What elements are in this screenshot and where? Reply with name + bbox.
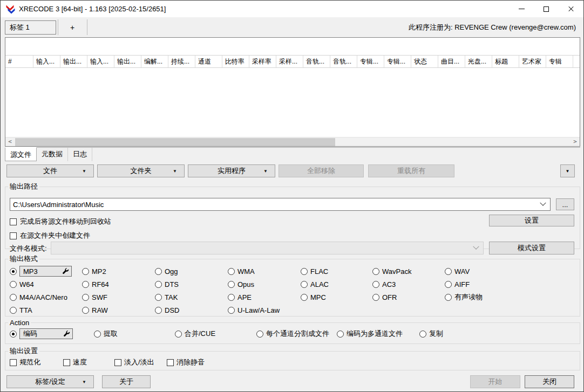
column-header-album1[interactable]: 专辑... (357, 56, 384, 67)
radio-tta[interactable] (10, 307, 17, 314)
column-header-trackno[interactable]: 曲目... (438, 56, 465, 67)
tab-metadata[interactable]: 元数据 (37, 148, 68, 161)
radio-wma[interactable] (228, 268, 235, 275)
radio-dsd[interactable] (155, 307, 162, 314)
radio-ac3[interactable] (372, 281, 379, 288)
remove-silence-checkbox[interactable] (167, 359, 174, 366)
pattern-settings-button[interactable]: 模式设置 (489, 242, 574, 255)
radio-encode[interactable] (10, 331, 17, 338)
column-header-title[interactable]: 标题 (492, 56, 519, 67)
radio-rf64[interactable] (82, 281, 89, 288)
column-header-sample[interactable]: 采样... (276, 56, 303, 67)
close-window-button[interactable]: 关闭 (525, 375, 574, 388)
column-header-duration[interactable]: 持续... (168, 56, 195, 67)
scrollbar-thumb[interactable] (15, 138, 335, 146)
radio-encode-multichannel[interactable] (337, 331, 344, 338)
column-header-bitrate[interactable]: 比特率 (222, 56, 249, 67)
radio-ape[interactable] (228, 294, 235, 301)
radio-swf[interactable] (82, 294, 89, 301)
column-header-samplerate[interactable]: 采样率 (249, 56, 276, 67)
radio-ofr[interactable] (372, 294, 379, 301)
tags-settings-button[interactable]: 标签/设定 ▼ (6, 375, 94, 388)
fade-checkbox[interactable] (114, 359, 121, 366)
create-in-source-checkbox[interactable] (10, 232, 17, 239)
radio-raw-label: RAW (92, 306, 108, 314)
settings-button[interactable]: 设置 (489, 215, 574, 226)
radio-copy[interactable] (419, 331, 426, 338)
file-list-body[interactable] (5, 68, 580, 136)
minimize-button[interactable] (509, 1, 534, 17)
create-in-source-checkbox-row[interactable]: 在源文件夹中创建文件 (10, 231, 90, 240)
radio-ogg[interactable] (155, 268, 162, 275)
about-button[interactable]: 关于 (102, 375, 151, 388)
radio-ulaw-alaw[interactable] (228, 307, 235, 314)
output-path-combobox[interactable]: C:\Users\Administrator\Music (10, 198, 551, 211)
file-menu-button[interactable]: 文件 ▼ (6, 164, 94, 177)
radio-mp3[interactable] (10, 268, 17, 275)
create-in-source-label: 在源文件夹中创建文件 (20, 231, 90, 240)
column-header-track2[interactable]: 音轨... (330, 56, 357, 67)
radio-mp2[interactable] (82, 268, 89, 275)
radio-wavpack-label: WavPack (382, 267, 411, 276)
tab-log[interactable]: 日志 (68, 148, 92, 161)
column-header-artist[interactable]: 艺术家 (519, 56, 546, 67)
radio-wavpack[interactable] (372, 268, 379, 275)
mp3-selected-box[interactable]: MP3 (19, 266, 72, 277)
add-tab-button[interactable]: + (61, 20, 84, 35)
folder-menu-button[interactable]: 文件夹 ▼ (97, 164, 185, 177)
horizontal-scrollbar[interactable]: < > (5, 137, 580, 146)
toolbar: 文件 ▼ 文件夹 ▼ 实用程序 ▼ 全部移除 重载所有 ▼ (1, 164, 583, 177)
column-header-channels[interactable]: 通道 (195, 56, 222, 67)
radio-tak[interactable] (155, 294, 162, 301)
radio-flac[interactable] (301, 268, 308, 275)
radio-raw[interactable] (82, 307, 89, 314)
radio-dts[interactable] (155, 281, 162, 288)
chevron-down-icon (540, 200, 546, 206)
column-header-output2[interactable]: 输出... (114, 56, 141, 67)
column-header-input2[interactable]: 输入... (87, 56, 114, 67)
column-header-codec[interactable]: 编解... (141, 56, 168, 67)
radio-extract[interactable] (94, 331, 101, 338)
start-button[interactable]: 开始 (470, 375, 520, 388)
tab-source-files[interactable]: 源文件 (5, 147, 37, 161)
scroll-right-arrow-icon[interactable]: > (571, 137, 580, 147)
column-header-discno[interactable]: 光盘... (465, 56, 492, 67)
radio-audiobook[interactable] (445, 294, 452, 301)
remove-all-button[interactable]: 全部移除 (279, 164, 364, 177)
column-header-album2[interactable]: 专辑... (384, 56, 411, 67)
radio-merge-cue[interactable] (175, 331, 182, 338)
radio-m4a[interactable] (10, 294, 17, 301)
radio-wav[interactable] (445, 268, 452, 275)
utilities-menu-button[interactable]: 实用程序 ▼ (188, 164, 275, 177)
radio-aiff[interactable] (445, 281, 452, 288)
radio-opus[interactable] (228, 281, 235, 288)
recycle-checkbox-row[interactable]: 完成后将源文件移动到回收站 (10, 217, 111, 226)
column-header-status[interactable]: 状态 (411, 56, 438, 67)
radio-split-per-channel[interactable] (256, 331, 263, 338)
radio-mpc[interactable] (301, 294, 308, 301)
reload-all-button[interactable]: 重载所有 (368, 164, 454, 177)
wrench-icon[interactable] (63, 331, 70, 338)
column-header-track1[interactable]: 音轨... (303, 56, 330, 67)
column-header-album[interactable]: 专辑 (546, 56, 573, 67)
column-header-input[interactable]: 输入... (33, 56, 60, 67)
recycle-checkbox[interactable] (10, 218, 17, 225)
normalize-checkbox[interactable] (10, 359, 17, 366)
browse-button[interactable]: ... (556, 198, 574, 210)
radio-alac[interactable] (301, 281, 308, 288)
more-options-button[interactable]: ▼ (560, 164, 575, 177)
column-header-index[interactable]: # (5, 56, 33, 67)
column-header-output[interactable]: 输出... (60, 56, 87, 67)
maximize-button[interactable] (534, 1, 559, 17)
radio-wma-label: WMA (237, 267, 255, 276)
document-tab-1[interactable]: 标签 1 (5, 20, 56, 35)
wrench-icon[interactable] (62, 268, 69, 275)
filename-pattern-combobox[interactable] (51, 242, 484, 255)
radio-w64[interactable] (10, 281, 17, 288)
scroll-left-arrow-icon[interactable]: < (5, 137, 15, 147)
app-logo-icon (5, 4, 15, 14)
speed-checkbox[interactable] (63, 359, 70, 366)
remove-all-label: 全部移除 (307, 166, 335, 176)
encode-selected-box[interactable]: 编码 (19, 328, 73, 339)
close-button[interactable] (559, 1, 583, 17)
